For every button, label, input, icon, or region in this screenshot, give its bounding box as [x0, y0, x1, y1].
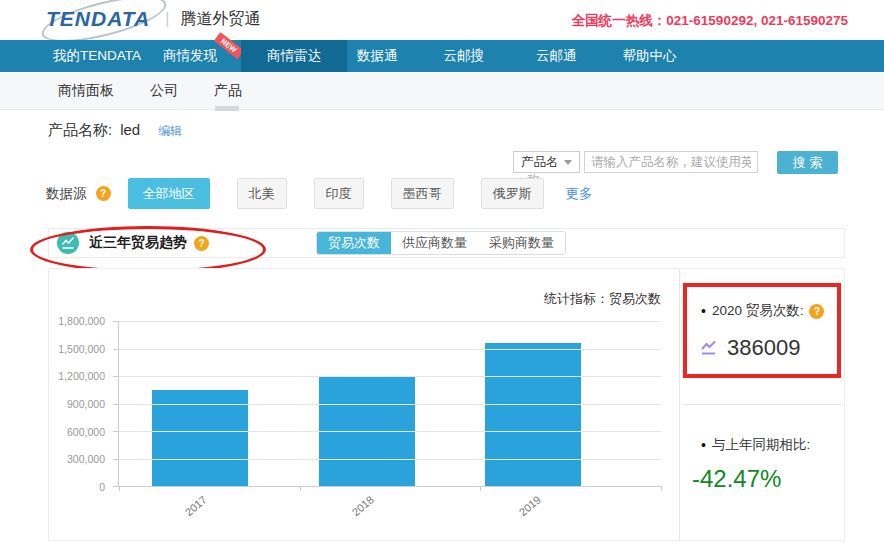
subnav-item[interactable]: 商情面板 — [58, 82, 114, 100]
nav-item[interactable]: 商情发现NEW — [163, 40, 217, 72]
search-category-select[interactable]: 产品名 — [513, 151, 580, 173]
subnav-tabs: 商情面板公司产品 — [58, 72, 242, 110]
nav-item-label: 商情发现 — [163, 47, 217, 65]
filter-button[interactable]: 全部地区 — [128, 178, 210, 209]
y-axis-labels: 1,800,0001,500,0001,200,000900,000600,00… — [49, 321, 111, 487]
y-tick-label: 600,000 — [67, 426, 105, 438]
data-source-label: 数据源 — [46, 185, 87, 203]
subnav-item[interactable]: 公司 — [150, 82, 178, 100]
search-button[interactable]: 搜 索 — [777, 151, 838, 174]
region-filter-group: 全部地区北美印度墨西哥俄罗斯 — [128, 178, 544, 209]
product-name-value: led — [120, 121, 140, 138]
nav-item[interactable]: 帮助中心 — [623, 40, 677, 72]
help-icon[interactable]: ? — [194, 236, 209, 251]
logo-divider: | — [165, 10, 169, 28]
filter-button[interactable]: 北美 — [237, 178, 287, 209]
y-axis-tick — [113, 431, 119, 432]
purple-chart-icon — [700, 340, 720, 356]
nav-item[interactable]: 数据通 — [357, 40, 398, 72]
y-axis-tick — [113, 404, 119, 405]
hotline-numbers: 021-61590292, 021-61590275 — [666, 13, 848, 28]
nav-item[interactable]: 商情雷达 — [241, 40, 347, 72]
gridline — [119, 321, 661, 322]
y-axis-tick — [113, 459, 119, 460]
panel-divider — [682, 404, 842, 405]
bar-chart-plot — [118, 321, 661, 487]
nav-item-label: 云邮搜 — [444, 47, 485, 65]
red-rectangle-annotation — [683, 283, 841, 378]
main-nav: 我的TENDATA商情发现NEW商情雷达数据通云邮搜云邮通帮助中心 — [0, 40, 884, 72]
gridline — [119, 431, 661, 432]
y-axis-tick — [113, 349, 119, 350]
chart-panel: 统计指标：贸易次数 1,800,0001,500,0001,200,000900… — [49, 269, 679, 540]
trend-tab[interactable]: 贸易次数 — [317, 232, 391, 254]
x-axis-tick — [661, 486, 662, 491]
gridline — [119, 404, 661, 405]
nav-item-label: 数据通 — [357, 47, 398, 65]
product-name-row: 产品名称: led 编辑 — [48, 121, 182, 140]
nav-item[interactable]: 我的TENDATA — [53, 40, 141, 72]
search-input[interactable] — [584, 151, 758, 173]
hotline: 全国统一热线：021-61590292, 021-61590275 — [572, 12, 848, 30]
bullet-icon: • — [701, 303, 706, 319]
line-chart-icon — [57, 232, 79, 254]
y-axis-tick — [113, 321, 119, 322]
logo-subtitle: 腾道外贸通 — [180, 9, 260, 30]
x-axis-label: 2019 — [485, 493, 581, 505]
trend-content: 统计指标：贸易次数 1,800,0001,500,0001,200,000900… — [48, 268, 845, 541]
filter-button[interactable]: 俄罗斯 — [481, 178, 544, 209]
y-tick-label: 900,000 — [67, 398, 105, 410]
trend-tab[interactable]: 采购商数量 — [478, 232, 565, 254]
nav-item-label: 我的TENDATA — [53, 47, 141, 65]
y-axis-tick — [113, 376, 119, 377]
bullet-icon: • — [701, 437, 706, 453]
x-axis-label: 2018 — [318, 493, 414, 505]
year-stat-value: 386009 — [727, 335, 800, 361]
more-regions-link[interactable]: 更多 — [566, 185, 593, 203]
stat-indicator-label: 统计指标：贸易次数 — [544, 290, 661, 308]
x-axis-labels: 201720182019 — [118, 493, 661, 505]
trend-tab-group: 贸易次数供应商数量采购商数量 — [316, 231, 566, 255]
filter-button[interactable]: 墨西哥 — [391, 178, 454, 209]
x-axis-tick — [300, 486, 301, 491]
x-axis-label: 2017 — [151, 493, 247, 505]
gridline — [119, 459, 661, 460]
nav-item-label: 云邮通 — [536, 47, 577, 65]
edit-link[interactable]: 编辑 — [158, 123, 182, 140]
comparison-value: -42.47% — [692, 465, 781, 493]
top-header: TENDATA | 腾道外贸通 全国统一热线：021-61590292, 021… — [0, 0, 884, 40]
x-axis-tick — [480, 486, 481, 491]
subnav-item[interactable]: 产品 — [214, 82, 242, 100]
year-stat-value-row: 386009 — [700, 335, 800, 361]
comparison-label-row: • 与上年同期相比: — [701, 436, 810, 454]
y-tick-label: 1,500,000 — [58, 343, 105, 355]
filter-button[interactable]: 印度 — [314, 178, 364, 209]
chevron-down-icon — [564, 160, 572, 165]
product-name-label: 产品名称: — [48, 121, 112, 140]
nav-item[interactable]: 云邮搜 — [444, 40, 485, 72]
x-axis-tick — [119, 486, 120, 491]
nav-item-label: 商情雷达 — [267, 47, 321, 65]
trend-tab[interactable]: 供应商数量 — [391, 232, 478, 254]
summary-panel: • 2020 贸易次数: ? 386009 • 与上年同期相比: -42.47% — [679, 269, 844, 540]
data-source-row: 数据源 ? 全部地区北美印度墨西哥俄罗斯 更多 — [46, 178, 593, 209]
trend-section-header: 近三年贸易趋势 ? 贸易次数供应商数量采购商数量 — [48, 228, 845, 258]
trend-title: 近三年贸易趋势 — [89, 234, 187, 252]
logo: TENDATA | 腾道外贸通 — [46, 7, 260, 31]
comparison-label: 与上年同期相比: — [712, 436, 810, 454]
year-stat-label: 2020 贸易次数: — [712, 302, 804, 320]
nav-item-label: 帮助中心 — [623, 47, 677, 65]
gridline — [119, 349, 661, 350]
bar — [485, 343, 581, 486]
help-icon[interactable]: ? — [96, 186, 111, 201]
help-icon[interactable]: ? — [809, 304, 824, 319]
year-stat-label-row: • 2020 贸易次数: ? — [701, 302, 824, 320]
hotline-label: 全国统一热线： — [572, 13, 667, 28]
y-tick-label: 1,200,000 — [58, 370, 105, 382]
y-tick-label: 300,000 — [67, 453, 105, 465]
sub-nav: 商情面板公司产品 产品名 称 搜 索 — [0, 72, 884, 110]
y-tick-label: 1,800,000 — [58, 315, 105, 327]
search-category-value: 产品名 — [521, 154, 559, 171]
nav-item[interactable]: 云邮通 — [536, 40, 577, 72]
y-tick-label: 0 — [99, 481, 105, 493]
